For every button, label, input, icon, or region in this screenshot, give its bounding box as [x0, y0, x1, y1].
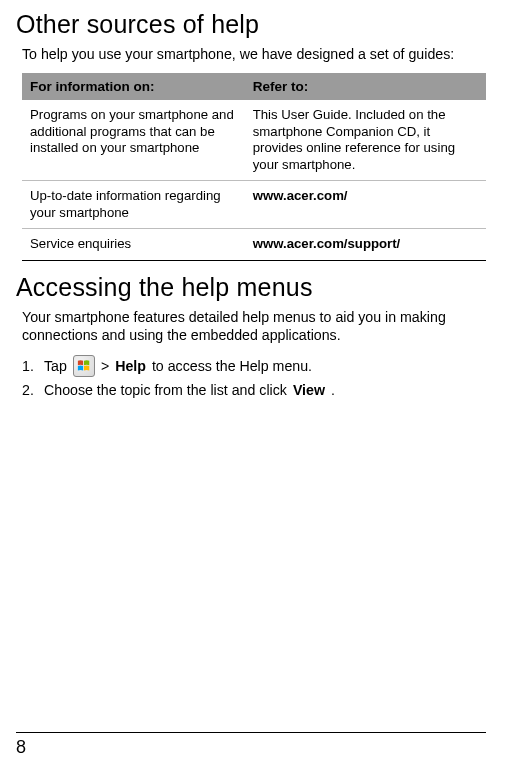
heading-other-sources: Other sources of help — [16, 10, 486, 39]
step-text-bold: View — [293, 380, 325, 401]
heading-accessing-help: Accessing the help menus — [16, 273, 486, 302]
step-item: 2. Choose the topic from the list and cl… — [22, 380, 486, 401]
step-text-post2: to access the Help menu. — [152, 356, 312, 377]
table-cell-left: Service enquiries — [22, 229, 245, 261]
table-cell-right: This User Guide. Included on the smartph… — [245, 100, 486, 181]
page-number: 8 — [16, 737, 486, 758]
table-row: Programs on your smartphone and addition… — [22, 100, 486, 181]
footer-divider — [16, 732, 486, 733]
table-header-right: Refer to: — [245, 73, 486, 100]
steps-list: 1. Tap > Help to access the Help menu. 2… — [22, 355, 486, 401]
table-row: Service enquiries www.acer.com/support/ — [22, 229, 486, 261]
step-text-bold: Help — [115, 356, 146, 377]
page-footer: 8 — [16, 732, 486, 758]
table-cell-right: www.acer.com/support/ — [245, 229, 486, 261]
step-number: 1. — [22, 356, 38, 377]
step-number: 2. — [22, 380, 38, 401]
table-cell-right: www.acer.com/ — [245, 181, 486, 229]
table-cell-left: Programs on your smartphone and addition… — [22, 100, 245, 181]
intro-text-1: To help you use your smartphone, we have… — [22, 45, 486, 63]
table-row: Up-to-date information regarding your sm… — [22, 181, 486, 229]
step-text-post1: > — [101, 356, 109, 377]
step-item: 1. Tap > Help to access the Help menu. — [22, 355, 486, 377]
step-text-post2: . — [331, 380, 335, 401]
windows-start-icon — [73, 355, 95, 377]
step-text-pre: Tap — [44, 356, 67, 377]
table-cell-left: Up-to-date information regarding your sm… — [22, 181, 245, 229]
table-header-left: For information on: — [22, 73, 245, 100]
step-text-pre: Choose the topic from the list and click — [44, 380, 287, 401]
intro-text-2: Your smartphone features detailed help m… — [22, 308, 486, 345]
help-sources-table: For information on: Refer to: Programs o… — [22, 73, 486, 261]
